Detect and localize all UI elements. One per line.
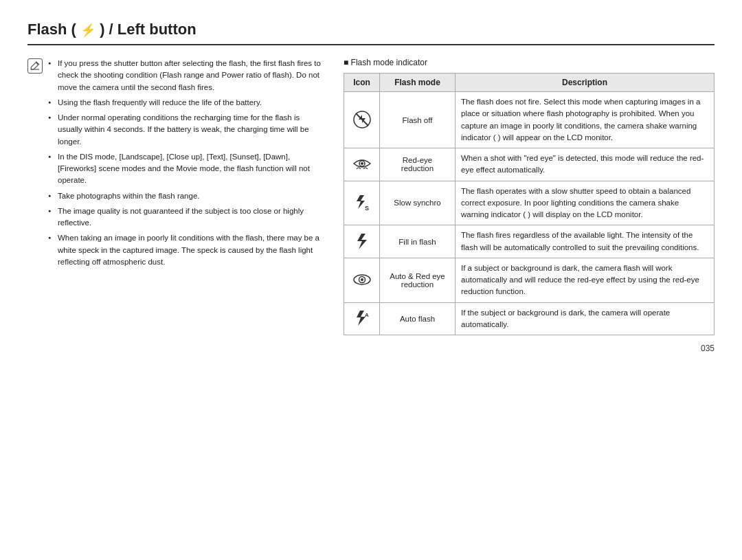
note-icon: [27, 58, 43, 74]
table-row: S Slow synchro The flash operates with a…: [344, 181, 715, 225]
icon-cell-auto-red-eye: [344, 258, 380, 302]
icon-cell-slow-synchro: S: [344, 181, 380, 225]
list-item: When taking an image in poorly lit condi…: [48, 232, 323, 268]
icon-cell-auto-flash: A: [344, 302, 380, 335]
mode-cell: Red-eye reduction: [380, 148, 456, 181]
list-item: Take photographs within the flash range.: [48, 190, 323, 202]
svg-text:A: A: [365, 312, 369, 318]
icon-cell-red-eye: [344, 148, 380, 181]
mode-cell: Auto flash: [380, 302, 456, 335]
table-row: Red-eye reduction When a shot with "red …: [344, 148, 715, 181]
col-mode: Flash mode: [380, 74, 456, 92]
left-column: If you press the shutter button after se…: [27, 58, 323, 335]
svg-point-3: [361, 162, 363, 165]
col-desc: Description: [456, 74, 715, 92]
svg-text:S: S: [365, 205, 369, 212]
list-item: In the DIS mode, [Landscape], [Close up]…: [48, 151, 323, 187]
table-row: Fill in flash The flash fires regardless…: [344, 225, 715, 258]
right-column: Flash mode indicator Icon Flash mode Des…: [344, 58, 715, 335]
mode-cell: Fill in flash: [380, 225, 456, 258]
desc-cell: If a subject or background is dark, the …: [456, 258, 715, 302]
list-item: If you press the shutter button after se…: [48, 58, 323, 93]
content-wrapper: If you press the shutter button after se…: [27, 58, 715, 335]
bullet-list: If you press the shutter button after se…: [48, 58, 323, 268]
mode-cell: Auto & Red eyereduction: [380, 258, 456, 302]
note-box: If you press the shutter button after se…: [27, 58, 323, 271]
desc-cell: The flash fires regardless of the availa…: [456, 225, 715, 258]
icon-cell-flash-off: [344, 92, 380, 148]
desc-cell: The flash operates with a slow shutter s…: [456, 181, 715, 225]
table-row: A Auto flash If the subject or backgroun…: [344, 302, 715, 335]
page-title: Flash ( ⚡ ) / Left button: [27, 21, 715, 45]
table-row: Flash off The flash does not fire. Selec…: [344, 92, 715, 148]
note-text: If you press the shutter button after se…: [48, 58, 323, 271]
flash-mode-table: Icon Flash mode Description Flash of: [344, 73, 715, 335]
page-number: 035: [27, 344, 715, 353]
desc-cell: If the subject or background is dark, th…: [456, 302, 715, 335]
table-row: Auto & Red eyereduction If a subject or …: [344, 258, 715, 302]
list-item: Under normal operating conditions the re…: [48, 112, 323, 148]
icon-cell-fill-flash: [344, 225, 380, 258]
mode-cell: Slow synchro: [380, 181, 456, 225]
desc-cell: When a shot with "red eye" is detected, …: [456, 148, 715, 181]
table-header-row: Icon Flash mode Description: [344, 74, 715, 92]
desc-cell: The flash does not fire. Select this mod…: [456, 92, 715, 148]
col-icon: Icon: [344, 74, 380, 92]
list-item: Using the flash frequently will reduce t…: [48, 97, 323, 109]
mode-cell: Flash off: [380, 92, 456, 148]
svg-point-7: [361, 278, 363, 281]
indicator-title: Flash mode indicator: [344, 58, 715, 67]
list-item: The image quality is not guaranteed if t…: [48, 205, 323, 229]
